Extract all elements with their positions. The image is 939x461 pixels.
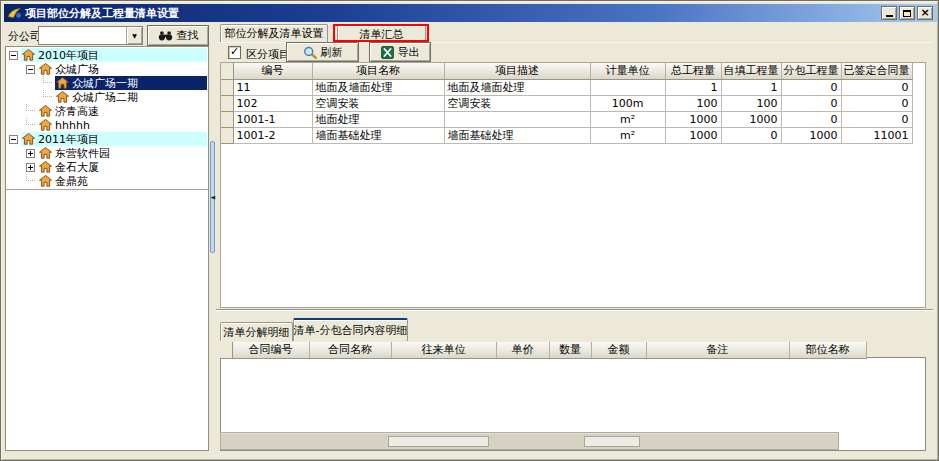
tree-item[interactable]: 金鼎苑 bbox=[6, 174, 207, 188]
refresh-button[interactable]: 刷新 bbox=[286, 42, 359, 62]
table-cell[interactable]: m² bbox=[590, 127, 665, 143]
tree-item-surface[interactable]: 2010年项目 bbox=[21, 48, 207, 62]
table-cell[interactable] bbox=[590, 79, 665, 95]
column-header[interactable]: 项目描述 bbox=[444, 63, 590, 79]
column-header[interactable]: 单价 bbox=[496, 342, 549, 358]
tree-item-surface[interactable]: 众城广场 bbox=[38, 62, 207, 76]
footer-cell[interactable] bbox=[584, 436, 640, 447]
table-cell[interactable]: 1000 bbox=[665, 111, 721, 127]
tree-item[interactable]: 2011年项目 bbox=[6, 132, 207, 146]
table-cell[interactable]: 0 bbox=[781, 95, 841, 111]
collapse-toggle-icon[interactable] bbox=[26, 65, 35, 74]
table-cell[interactable]: 1000 bbox=[721, 111, 781, 127]
house-icon bbox=[39, 105, 52, 117]
tab-part-decompose-settings[interactable]: 部位分解及清单设置 bbox=[220, 24, 328, 42]
tree-item[interactable]: 众城广场一期 bbox=[6, 76, 207, 90]
row-indicator[interactable] bbox=[221, 79, 233, 95]
search-button[interactable]: 查找 bbox=[147, 25, 209, 46]
tab-subcontract-content-detail[interactable]: 清单-分包合同内容明细 bbox=[293, 318, 408, 341]
column-header[interactable]: 往来单位 bbox=[391, 342, 496, 358]
table-cell[interactable]: 0 bbox=[781, 79, 841, 95]
table-cell[interactable]: 100 bbox=[665, 95, 721, 111]
table-cell[interactable]: 地面及墙面处理 bbox=[444, 79, 590, 95]
tree-item-surface[interactable]: 众城广场一期 bbox=[55, 76, 207, 90]
table-row[interactable]: 11地面及墙面处理地面及墙面处理1100 bbox=[221, 79, 912, 95]
collapse-toggle-icon[interactable] bbox=[9, 135, 18, 144]
collapse-toggle-icon[interactable] bbox=[9, 51, 18, 60]
title-bar[interactable]: 项目部位分解及工程量清单设置 × bbox=[4, 4, 937, 22]
table-cell[interactable] bbox=[444, 111, 590, 127]
minimize-button[interactable] bbox=[881, 6, 897, 20]
row-indicator[interactable] bbox=[221, 111, 233, 127]
table-row[interactable]: 1001-1地面处理m²1000100000 bbox=[221, 111, 912, 127]
table-cell[interactable]: 0 bbox=[841, 111, 912, 127]
tree-item[interactable]: 济青高速 bbox=[6, 104, 207, 118]
column-header[interactable]: 备注 bbox=[646, 342, 789, 358]
table-cell[interactable]: m² bbox=[590, 111, 665, 127]
expand-toggle-icon[interactable] bbox=[26, 163, 35, 172]
tree-item[interactable]: 众城广场二期 bbox=[6, 90, 207, 104]
table-cell[interactable]: 100 bbox=[721, 95, 781, 111]
column-header[interactable]: 金额 bbox=[591, 342, 646, 358]
combo-dropdown-button[interactable]: ▼ bbox=[126, 27, 142, 44]
tree-item-surface[interactable]: 济青高速 bbox=[38, 104, 207, 118]
table-cell[interactable]: 墙面基础处理 bbox=[444, 127, 590, 143]
table-cell[interactable]: 0 bbox=[841, 95, 912, 111]
table-cell[interactable]: 0 bbox=[721, 127, 781, 143]
tree-item[interactable]: 东营软件园 bbox=[6, 146, 207, 160]
tree-item-surface[interactable]: hhhhh bbox=[38, 118, 207, 132]
tree-item-surface[interactable]: 东营软件园 bbox=[38, 146, 207, 160]
column-header[interactable]: 项目名称 bbox=[312, 63, 444, 79]
table-cell[interactable]: 1001-1 bbox=[233, 111, 312, 127]
branch-combobox[interactable]: ▼ bbox=[38, 26, 143, 45]
tab-list-decompose-detail[interactable]: 清单分解明细 bbox=[220, 322, 293, 341]
column-header[interactable]: 总工程量 bbox=[665, 63, 721, 79]
table-cell[interactable]: 空调安装 bbox=[312, 95, 444, 111]
table-cell[interactable]: 地面处理 bbox=[312, 111, 444, 127]
column-header[interactable]: 分包工程量 bbox=[781, 63, 841, 79]
table-row[interactable]: 1001-2墙面基础处理墙面基础处理m²10000100011001 bbox=[221, 127, 912, 143]
tree-item-surface[interactable]: 金鼎苑 bbox=[38, 174, 207, 188]
table-row[interactable]: 102空调安装空调安装100m10010000 bbox=[221, 95, 912, 111]
panel-splitter-handle[interactable]: ◀ bbox=[210, 141, 215, 253]
expand-toggle-icon[interactable] bbox=[26, 149, 35, 158]
tree-item-surface[interactable]: 金石大厦 bbox=[38, 160, 207, 174]
row-indicator[interactable] bbox=[221, 95, 233, 111]
table-cell[interactable]: 1001-2 bbox=[233, 127, 312, 143]
table-cell[interactable]: 空调安装 bbox=[444, 95, 590, 111]
close-button[interactable]: × bbox=[917, 6, 933, 20]
table-cell[interactable]: 0 bbox=[841, 79, 912, 95]
distinguish-description-checkbox[interactable]: ✓ bbox=[228, 46, 241, 59]
tree-item[interactable]: 众城广场 bbox=[6, 62, 207, 76]
column-header[interactable]: 编号 bbox=[233, 63, 312, 79]
table-cell[interactable]: 墙面基础处理 bbox=[312, 127, 444, 143]
table-cell[interactable]: 0 bbox=[781, 111, 841, 127]
tree-item[interactable]: 2010年项目 bbox=[6, 48, 207, 62]
tree-item[interactable]: 金石大厦 bbox=[6, 160, 207, 174]
table-cell[interactable]: 102 bbox=[233, 95, 312, 111]
tree-item[interactable]: hhhhh bbox=[6, 118, 207, 132]
table-cell[interactable]: 1000 bbox=[781, 127, 841, 143]
column-header[interactable]: 计量单位 bbox=[590, 63, 665, 79]
column-header[interactable]: 自填工程量 bbox=[721, 63, 781, 79]
branch-combobox-value[interactable] bbox=[39, 27, 126, 44]
column-header[interactable]: 已签定合同量 bbox=[841, 63, 912, 79]
tree-item-surface[interactable]: 2011年项目 bbox=[21, 132, 207, 146]
table-cell[interactable]: 1 bbox=[721, 79, 781, 95]
table-cell[interactable]: 1 bbox=[665, 79, 721, 95]
column-header[interactable]: 合同编号 bbox=[232, 342, 309, 358]
row-indicator[interactable] bbox=[221, 127, 233, 143]
table-cell[interactable]: 11 bbox=[233, 79, 312, 95]
footer-cell[interactable] bbox=[388, 436, 489, 447]
column-header[interactable]: 部位名称 bbox=[789, 342, 866, 358]
table-cell[interactable]: 1000 bbox=[665, 127, 721, 143]
table-cell[interactable]: 地面及墙面处理 bbox=[312, 79, 444, 95]
table-cell[interactable]: 100m bbox=[590, 95, 665, 111]
column-header[interactable]: 数量 bbox=[549, 342, 591, 358]
house-icon bbox=[56, 91, 69, 103]
table-cell[interactable]: 11001 bbox=[841, 127, 912, 143]
maximize-button[interactable] bbox=[899, 6, 915, 20]
tree-item-surface[interactable]: 众城广场二期 bbox=[55, 90, 207, 104]
export-button[interactable]: 导出 bbox=[369, 42, 431, 62]
column-header[interactable]: 合同名称 bbox=[309, 342, 391, 358]
